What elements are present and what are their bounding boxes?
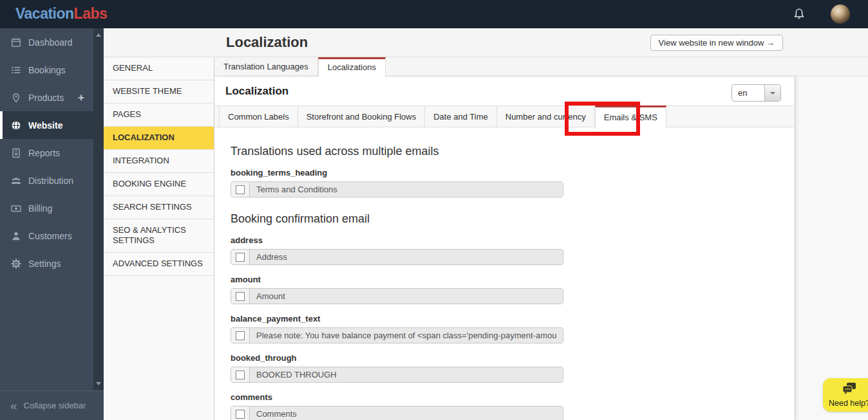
translation-input-group [231, 249, 563, 265]
sidebar-scrollbar[interactable] [93, 28, 104, 390]
submenu-item-website-theme[interactable]: WEBSITE THEME [104, 80, 214, 104]
sidebar-item-label: Bookings [28, 65, 66, 75]
page-header: Localization View website in new window … [104, 28, 868, 57]
submenu-item-localization[interactable]: LOCALIZATION [104, 127, 214, 150]
sidebar-item-label: Customers [28, 231, 72, 241]
chevron-down-icon[interactable] [764, 85, 780, 101]
translation-input[interactable] [250, 250, 563, 264]
field-booked-through: booked_through [231, 353, 795, 383]
submenu-item-pages[interactable]: PAGES [104, 104, 214, 127]
content-area: Localization View website in new window … [104, 28, 868, 420]
language-select-value: en [732, 85, 764, 101]
submenu-item-search-settings[interactable]: SEARCH SETTINGS [104, 196, 214, 219]
view-website-button[interactable]: View website in new window → [650, 35, 783, 51]
field-address: address [231, 235, 795, 265]
field-key-label: booking_terms_heading [231, 168, 795, 178]
checkbox-cell [231, 250, 250, 264]
sidebar-item-customers[interactable]: Customers [0, 222, 93, 250]
field-checkbox[interactable] [236, 370, 245, 379]
users-group-icon [11, 176, 21, 186]
logo-part-labs: Labs [74, 5, 108, 22]
sidebar-item-label: Products [28, 93, 64, 103]
field-checkbox[interactable] [236, 292, 245, 301]
notifications-bell-icon[interactable] [792, 7, 806, 21]
field-checkbox[interactable] [236, 331, 245, 340]
page-title: Localization [226, 34, 308, 51]
sidebar-item-label: Billing [28, 203, 52, 214]
tab-date-and-time[interactable]: Date and Time [425, 106, 497, 127]
sidebar-item-website[interactable]: Website [0, 111, 93, 139]
field-key-label: balance_payment_text [231, 314, 795, 324]
checkbox-cell [231, 406, 250, 420]
translation-input-group [231, 181, 563, 197]
submenu-item-advanced-settings[interactable]: ADVANCED SETTINGS [104, 253, 214, 276]
tab-localizations[interactable]: Localizations [318, 57, 386, 77]
collapse-sidebar-label: Collapse sidebar [24, 401, 86, 410]
language-select[interactable]: en [731, 84, 781, 102]
tab-storefront-booking-flows[interactable]: Storefront and Booking Flows [298, 106, 426, 127]
sidebar-item-reports[interactable]: Reports [0, 139, 93, 167]
tab-common-labels[interactable]: Common Labels [219, 106, 298, 127]
sidebar-item-billing[interactable]: Billing [0, 194, 93, 222]
sidebar-item-label: Settings [28, 259, 61, 269]
sidebar-item-distribution[interactable]: Distribution [0, 167, 93, 194]
user-avatar[interactable] [831, 5, 850, 24]
sidebar-item-label: Dashboard [28, 37, 73, 48]
sidebar-item-settings[interactable]: Settings [0, 250, 93, 277]
sidebar-item-label: Reports [28, 148, 60, 158]
field-checkbox[interactable] [236, 410, 245, 419]
map-pin-icon [11, 93, 21, 103]
website-submenu: GENERAL WEBSITE THEME PAGES LOCALIZATION… [104, 57, 214, 420]
translation-input-group [231, 367, 563, 383]
field-booking-terms-heading: booking_terms_heading [231, 168, 795, 197]
translation-input[interactable] [250, 367, 563, 382]
submenu-item-booking-engine[interactable]: BOOKING ENGINE [104, 173, 214, 196]
field-checkbox[interactable] [236, 253, 245, 262]
translation-input[interactable] [250, 328, 563, 343]
translation-input-group [231, 406, 563, 420]
tab-translation-languages[interactable]: Translation Languages [214, 57, 318, 76]
submenu-item-seo-analytics-settings[interactable]: SEO & ANALYTICS SETTINGS [104, 219, 214, 253]
field-key-label: amount [231, 275, 795, 284]
submenu-item-integration[interactable]: INTEGRATION [104, 150, 214, 173]
vacationlabs-logo[interactable]: VacationLabs [15, 5, 107, 23]
main-sidebar: Dashboard Bookings Products + Website Re… [0, 28, 104, 420]
main-nav: Dashboard Bookings Products + Website Re… [0, 28, 93, 277]
banknote-icon [11, 203, 21, 214]
app-root: VacationLabs Dashboard Bookings Products… [0, 0, 868, 420]
scroll-down-icon[interactable] [96, 382, 101, 385]
globe-icon [11, 120, 21, 131]
section-heading: Translations used across multiple emails [231, 145, 795, 158]
translation-input[interactable] [250, 289, 563, 304]
field-checkbox[interactable] [236, 185, 245, 194]
field-key-label: comments [231, 392, 795, 402]
calendar-icon [11, 37, 21, 48]
field-amount: amount [231, 275, 795, 304]
translation-input[interactable] [250, 182, 563, 197]
sidebar-item-products[interactable]: Products + [0, 84, 93, 111]
field-balance-payment-text: balance_payment_text [231, 314, 795, 343]
secondary-tab-bar: Common Labels Storefront and Booking Flo… [214, 105, 795, 127]
checkbox-cell [231, 328, 250, 343]
need-help-button[interactable]: Need help? [823, 378, 868, 412]
tab-emails-sms[interactable]: Emails & SMS [595, 105, 666, 129]
submenu-item-general[interactable]: GENERAL [104, 57, 214, 80]
translation-input-group [231, 327, 563, 343]
field-key-label: address [231, 235, 795, 245]
sidebar-item-label: Distribution [28, 176, 73, 186]
checkbox-cell [231, 182, 250, 197]
top-bar: VacationLabs [0, 0, 868, 28]
sidebar-item-bookings[interactable]: Bookings [0, 56, 93, 84]
scroll-up-icon[interactable] [96, 33, 101, 37]
translation-input[interactable] [250, 406, 563, 420]
tab-number-and-currency[interactable]: Number and currency [497, 106, 595, 127]
translation-input-group [231, 288, 563, 304]
translations-form: Translations used across multiple emails… [214, 127, 795, 420]
collapse-sidebar-button[interactable]: « Collapse sidebar [0, 390, 104, 420]
add-product-icon[interactable]: + [78, 91, 84, 104]
localization-panel: Localization en Common Labels Storefront… [214, 77, 795, 420]
list-icon [11, 65, 21, 75]
checkbox-cell [231, 367, 250, 382]
gear-icon [11, 259, 21, 269]
sidebar-item-dashboard[interactable]: Dashboard [0, 28, 93, 56]
